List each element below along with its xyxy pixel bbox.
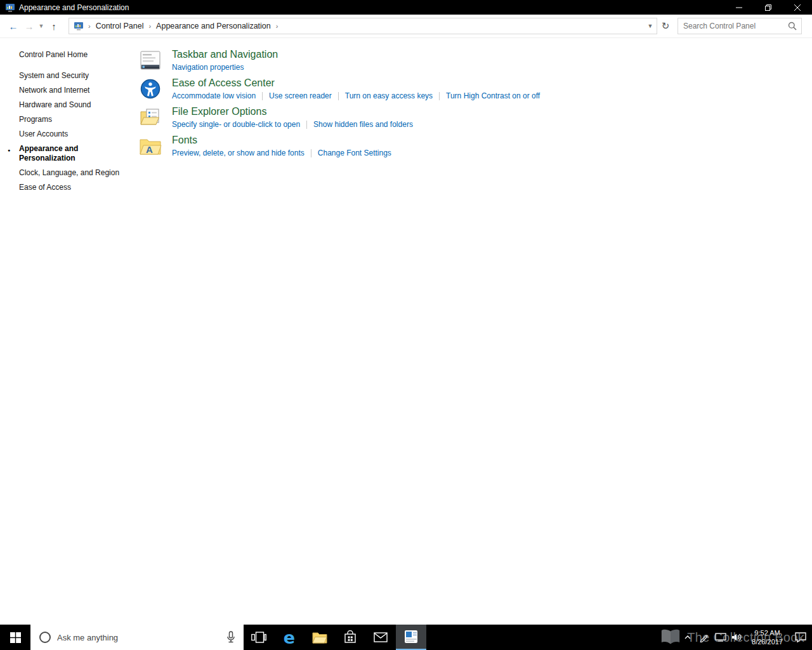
task-view-icon — [251, 632, 266, 643]
clock-time: 9:52 AM — [752, 628, 783, 637]
address-bar[interactable]: › Control Panel › Appearance and Persona… — [69, 18, 657, 34]
close-icon — [794, 4, 801, 11]
sidebar-item-system-and-security[interactable]: System and Security — [0, 69, 130, 83]
task-view-button[interactable] — [244, 625, 274, 650]
action-center-button[interactable] — [789, 625, 812, 650]
system-tray: 9:52 AM 8/26/2017 — [679, 625, 812, 650]
main-content: Taskbar and Navigation Navigation proper… — [130, 39, 812, 625]
category-text: Fonts Preview, delete, or show and hide … — [172, 134, 391, 157]
file-explorer-button[interactable] — [304, 625, 335, 650]
task-use-screen-reader[interactable]: Use screen reader — [269, 91, 332, 100]
network-icon — [715, 633, 726, 642]
search-icon[interactable] — [788, 22, 797, 30]
taskbar-clock[interactable]: 9:52 AM 8/26/2017 — [745, 628, 789, 646]
category-taskbar-and-navigation: Taskbar and Navigation Navigation proper… — [139, 48, 812, 72]
task-preview-delete-show-hide-fonts[interactable]: Preview, delete, or show and hide fonts — [172, 149, 304, 157]
cortana-search-input[interactable] — [57, 633, 223, 642]
address-dropdown-icon[interactable]: ▼ — [644, 23, 657, 29]
history-dropdown-icon[interactable]: ▼ — [37, 23, 46, 29]
action-center-icon — [795, 632, 806, 642]
category-title-ease-of-access-center[interactable]: Ease of Access Center — [172, 77, 540, 89]
edge-button[interactable]: e — [274, 625, 304, 650]
category-title-file-explorer-options[interactable]: File Explorer Options — [172, 106, 413, 117]
ease-of-access-center-icon[interactable] — [139, 77, 162, 100]
sidebar-item-clock-language-region[interactable]: Clock, Language, and Region — [0, 166, 130, 180]
speaker-icon — [731, 632, 743, 642]
breadcrumb-chevron-icon[interactable]: › — [273, 22, 282, 30]
show-hidden-icons-button[interactable] — [679, 625, 696, 650]
breadcrumb-control-panel[interactable]: Control Panel — [94, 20, 146, 32]
task-turn-high-contrast-on-or-off[interactable]: Turn High Contrast on or off — [446, 91, 540, 100]
breadcrumb-chevron-icon[interactable]: › — [145, 22, 154, 30]
windows-logo-icon — [10, 632, 21, 643]
breadcrumb-chevron-icon[interactable]: › — [85, 22, 94, 30]
active-app-button[interactable] — [396, 625, 426, 650]
sidebar: Control Panel Home System and Security N… — [0, 39, 130, 625]
category-tasks: Accommodate low vision Use screen reader… — [172, 91, 540, 100]
store-button[interactable] — [335, 625, 365, 650]
active-app-icon — [404, 630, 418, 644]
category-title-taskbar-and-navigation[interactable]: Taskbar and Navigation — [172, 49, 278, 60]
pen-icon — [699, 632, 709, 642]
navigation-bar: ← → ▼ ↑ › Control Panel › Appearance and… — [0, 15, 812, 38]
back-button[interactable]: ← — [5, 21, 22, 32]
task-turn-on-easy-access-keys[interactable]: Turn on easy access keys — [345, 91, 433, 100]
refresh-button[interactable]: ↻ — [657, 18, 674, 34]
sidebar-item-control-panel-home[interactable]: Control Panel Home — [0, 48, 130, 62]
control-panel-window-icon — [5, 3, 15, 13]
microphone-icon[interactable] — [226, 631, 236, 644]
sidebar-item-programs[interactable]: Programs — [0, 112, 130, 127]
start-button[interactable] — [0, 625, 30, 650]
control-panel-search[interactable] — [678, 18, 802, 34]
network-button[interactable] — [712, 625, 729, 650]
control-panel-icon — [74, 21, 84, 31]
up-button[interactable]: ↑ — [46, 21, 62, 32]
category-text: Taskbar and Navigation Navigation proper… — [172, 48, 278, 72]
sidebar-item-ease-of-access[interactable]: Ease of Access — [0, 180, 130, 195]
task-separator — [306, 121, 307, 129]
clock-date: 8/26/2017 — [752, 637, 783, 646]
task-separator — [439, 92, 440, 100]
task-change-font-settings[interactable]: Change Font Settings — [318, 149, 391, 157]
task-specify-single-or-double-click[interactable]: Specify single- or double-click to open — [172, 120, 300, 129]
cortana-icon — [38, 630, 52, 644]
store-icon — [344, 630, 357, 644]
close-button[interactable] — [783, 0, 812, 15]
minimize-icon — [736, 4, 742, 11]
task-separator — [338, 92, 339, 100]
active-bullet-icon: ● — [8, 145, 10, 155]
cortana-search-box[interactable] — [30, 625, 244, 650]
sidebar-item-network-and-internet[interactable]: Network and Internet — [0, 83, 130, 98]
taskbar: e — [0, 625, 812, 650]
category-title-fonts[interactable]: Fonts — [172, 135, 391, 146]
category-tasks: Preview, delete, or show and hide fonts … — [172, 149, 391, 157]
mail-button[interactable] — [365, 625, 396, 650]
task-show-hidden-files-and-folders[interactable]: Show hidden files and folders — [313, 120, 413, 129]
volume-button[interactable] — [729, 625, 745, 650]
sidebar-item-hardware-and-sound[interactable]: Hardware and Sound — [0, 98, 130, 112]
task-separator — [311, 149, 311, 157]
taskbar-and-navigation-icon[interactable] — [139, 49, 162, 72]
fonts-icon[interactable]: A — [139, 135, 162, 157]
titlebar: Appearance and Personalization — [0, 0, 812, 15]
restore-button[interactable] — [754, 0, 783, 15]
fonts-letter-glyph: A — [146, 144, 153, 155]
forward-button[interactable]: → — [22, 21, 37, 32]
file-explorer-options-icon[interactable] — [139, 106, 162, 129]
task-accommodate-low-vision[interactable]: Accommodate low vision — [172, 91, 256, 100]
sidebar-item-label: Appearance and Personalization — [19, 144, 78, 162]
search-input[interactable] — [678, 22, 787, 30]
category-fonts: A Fonts Preview, delete, or show and hid… — [139, 134, 812, 157]
category-text: Ease of Access Center Accommodate low vi… — [172, 77, 540, 100]
restore-icon — [765, 4, 771, 11]
breadcrumb-appearance-personalization[interactable]: Appearance and Personalization — [154, 20, 273, 32]
category-text: File Explorer Options Specify single- or… — [172, 105, 413, 129]
task-navigation-properties[interactable]: Navigation properties — [172, 63, 244, 72]
window-title: Appearance and Personalization — [19, 3, 129, 12]
edge-icon: e — [284, 629, 295, 646]
file-explorer-icon — [312, 631, 327, 644]
sidebar-item-user-accounts[interactable]: User Accounts — [0, 127, 130, 142]
minimize-button[interactable] — [724, 0, 754, 15]
sidebar-item-appearance-and-personalization[interactable]: ● Appearance and Personalization — [0, 142, 130, 166]
windows-ink-button[interactable] — [696, 625, 712, 650]
